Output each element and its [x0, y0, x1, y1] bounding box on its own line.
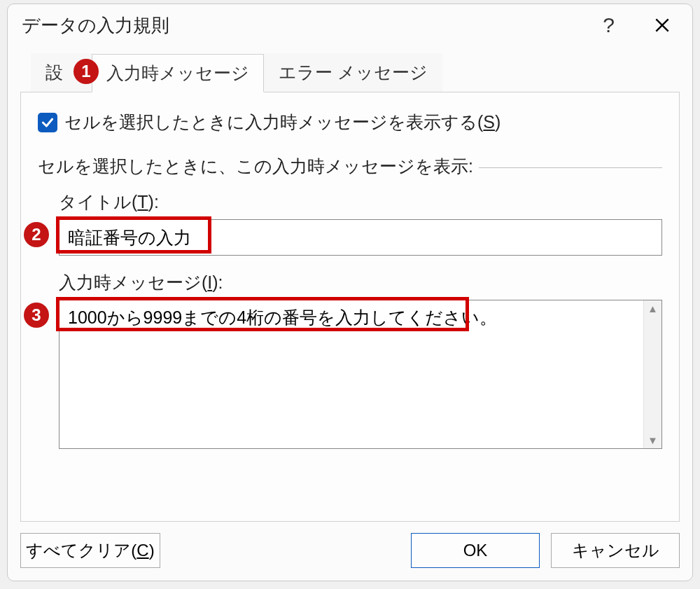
tab-error-message-label: エラー メッセージ — [279, 62, 428, 82]
titlebar-controls: ? — [603, 13, 678, 37]
message-label: 入力時メッセージ(I): — [59, 271, 662, 294]
title-label: タイトル(T): — [59, 190, 662, 214]
scroll-down-icon[interactable]: ▼ — [648, 434, 658, 446]
help-icon[interactable]: ? — [603, 13, 615, 37]
titlebar: データの入力規則 ? — [8, 4, 692, 46]
tab-input-message-label: 入力時メッセージ — [106, 63, 249, 83]
message-textarea[interactable] — [59, 300, 643, 448]
message-textarea-wrap: ▲ ▼ — [59, 300, 662, 449]
annotation-badge-2: 2 — [24, 222, 49, 247]
right-buttons: OK キャンセル — [411, 533, 680, 568]
clear-all-button[interactable]: すべてクリア(C) — [20, 533, 160, 568]
scrollbar[interactable]: ▲ ▼ — [643, 300, 662, 448]
title-input[interactable] — [59, 219, 662, 256]
show-message-checkbox-row: セルを選択したときに入力時メッセージを表示する(S) — [38, 111, 662, 134]
tab-error-message[interactable]: エラー メッセージ — [264, 53, 442, 92]
tab-input-message[interactable]: 入力時メッセージ — [92, 54, 264, 92]
annotation-badge-1: 1 — [74, 59, 99, 84]
cancel-button[interactable]: キャンセル — [551, 533, 680, 568]
section-header: セルを選択したときに、この入力時メッセージを表示: — [38, 155, 473, 178]
tab-panel: セルを選択したときに入力時メッセージを表示する(S) セルを選択したときに、この… — [20, 92, 680, 522]
data-validation-dialog: データの入力規則 ? 設 入力時メッセージ エラー メッセージ 1 — [7, 4, 693, 581]
divider — [479, 167, 662, 168]
scroll-up-icon[interactable]: ▲ — [648, 303, 658, 314]
title-field-group: タイトル(T): 2 — [59, 190, 662, 256]
tabs: 設 入力時メッセージ エラー メッセージ — [31, 53, 680, 92]
show-message-label: セルを選択したときに入力時メッセージを表示する(S) — [64, 111, 500, 134]
close-icon[interactable] — [653, 16, 671, 34]
annotation-badge-3: 3 — [24, 303, 49, 328]
dialog-footer: すべてクリア(C) OK キャンセル — [8, 522, 692, 581]
show-message-checkbox[interactable] — [38, 113, 57, 132]
message-field-group: 入力時メッセージ(I): ▲ ▼ 3 — [59, 271, 662, 449]
dialog-content: 設 入力時メッセージ エラー メッセージ 1 セルを選択したときに入力時メッセー… — [8, 46, 692, 522]
tab-settings-label: 設 — [46, 62, 63, 82]
dialog-title: データの入力規則 — [22, 13, 169, 38]
ok-button[interactable]: OK — [411, 533, 540, 568]
